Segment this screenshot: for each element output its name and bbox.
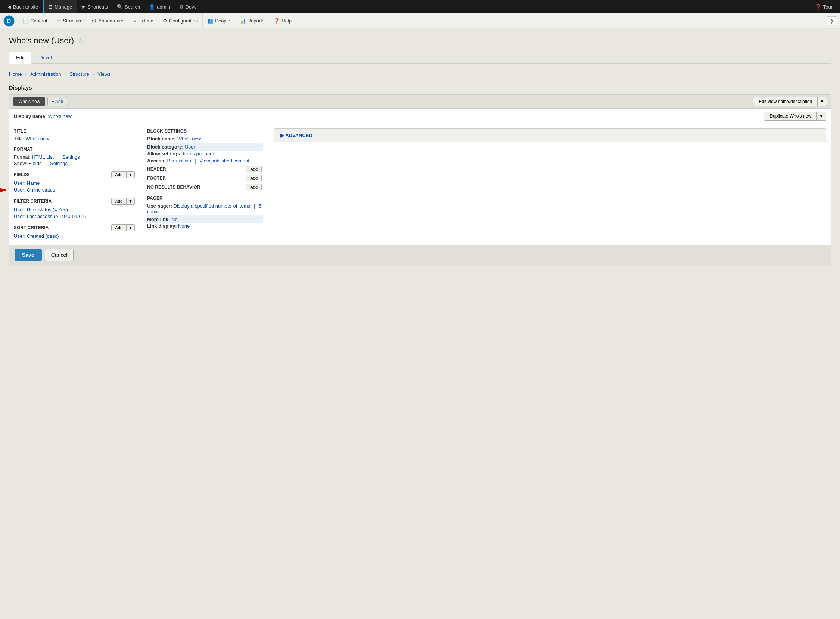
- user-icon: 👤: [149, 4, 155, 10]
- field-user-name: User: Name: [14, 180, 135, 186]
- secondary-nav: D 📄 Content ☷ Structure ☮ Appearance ▿ E…: [0, 13, 840, 28]
- breadcrumb-administration[interactable]: Administration: [30, 71, 61, 77]
- display-name-label: Display name: Who's new: [14, 114, 72, 119]
- nav-content[interactable]: 📄 Content: [18, 13, 52, 28]
- access-row: Access: Permission | View published cont…: [147, 158, 262, 163]
- extend-icon: ▿: [134, 18, 136, 24]
- duplicate-btn[interactable]: Duplicate Who's new: [764, 112, 817, 121]
- reports-icon: 📊: [240, 18, 246, 24]
- bottom-actions: Save Cancel: [9, 245, 831, 265]
- nav-configuration[interactable]: ⚙ Configuration: [158, 13, 203, 28]
- edit-view-name-btn[interactable]: Edit view name/description: [753, 97, 818, 106]
- nav-appearance[interactable]: ☮ Appearance: [87, 13, 129, 28]
- edit-view-dropdown-btn[interactable]: ▼: [818, 97, 827, 106]
- header-add-btn[interactable]: Add: [246, 166, 262, 172]
- footer-section-row: FOOTER Add: [147, 175, 262, 181]
- footer-add-btn[interactable]: Add: [246, 175, 262, 181]
- page-content: Who's new (User) ☆ Edit Devel Home » Adm…: [0, 28, 840, 273]
- sort-add-btn-wrap: Add ▼: [111, 224, 135, 231]
- config-icon: ⚙: [163, 18, 167, 24]
- more-link-value[interactable]: No: [171, 217, 178, 222]
- help-icon: ❓: [815, 4, 821, 10]
- tab-devel[interactable]: Devel: [32, 52, 58, 63]
- svg-text:D: D: [7, 18, 11, 24]
- block-category-row: Block category: User: [146, 143, 263, 151]
- page-tabs: Edit Devel: [9, 52, 831, 64]
- save-button[interactable]: Save: [15, 249, 42, 261]
- nav-collapse-btn[interactable]: ❯: [827, 16, 837, 25]
- access-link[interactable]: Permission: [167, 158, 191, 163]
- manage-btn[interactable]: ☰ Manage: [43, 0, 76, 13]
- block-category-link[interactable]: User: [185, 144, 195, 150]
- favorite-star-icon[interactable]: ☆: [78, 37, 84, 45]
- link-display-value[interactable]: None: [178, 223, 190, 229]
- views-container: Who's new + Add Edit view name/descripti…: [9, 94, 831, 265]
- displays-heading: Displays: [9, 84, 831, 91]
- format-settings-link[interactable]: Settings: [62, 154, 80, 160]
- star-icon: ★: [81, 4, 85, 10]
- main-nav: 📄 Content ☷ Structure ☮ Appearance ▿ Ext…: [18, 13, 827, 28]
- devel-btn[interactable]: ⚙ Devel: [175, 0, 202, 13]
- footer-section-title: FOOTER: [147, 175, 166, 181]
- add-display-btn[interactable]: + Add: [48, 97, 67, 106]
- search-btn[interactable]: 🔍 Search: [112, 0, 145, 13]
- col-right: ▶ ADVANCED: [268, 129, 826, 142]
- filter-user-status: User: User status (= Yes): [14, 207, 135, 212]
- title-link[interactable]: Who's new: [25, 136, 49, 142]
- back-icon: ◀: [7, 4, 11, 10]
- allow-settings-link[interactable]: Items per page: [183, 151, 215, 156]
- drupal-logo: D: [3, 15, 15, 27]
- format-link[interactable]: HTML List: [32, 154, 54, 160]
- block-name-link[interactable]: Who's new: [177, 136, 201, 142]
- back-to-site-btn[interactable]: ◀ Back to site: [3, 0, 43, 13]
- no-results-add-btn[interactable]: Add: [246, 184, 262, 190]
- tour-btn[interactable]: ❓ Tour: [811, 0, 837, 13]
- structure-icon: ☷: [57, 18, 61, 24]
- no-results-section-title: NO RESULTS BEHAVIOR: [147, 184, 200, 190]
- fields-section-title: FIELDS: [14, 172, 30, 177]
- people-icon: 👥: [207, 18, 213, 24]
- nav-structure[interactable]: ☷ Structure: [52, 13, 88, 28]
- appearance-icon: ☮: [92, 18, 96, 24]
- filter-add-dropdown-btn[interactable]: ▼: [127, 198, 135, 205]
- page-title: Who's new (User) ☆: [9, 36, 831, 46]
- breadcrumb-views[interactable]: Views: [97, 71, 110, 77]
- col-middle: BLOCK SETTINGS Block name: Who's new Blo…: [141, 129, 268, 230]
- breadcrumb-home[interactable]: Home: [9, 71, 22, 77]
- advanced-btn[interactable]: ▶ ADVANCED: [274, 129, 826, 142]
- breadcrumb-structure[interactable]: Structure: [69, 71, 89, 77]
- display-tabs-right: Edit view name/description ▼: [753, 97, 827, 106]
- sort-add-btn[interactable]: Add: [111, 224, 127, 231]
- access-link2[interactable]: View published content: [199, 158, 249, 163]
- red-arrow-annotation: [0, 182, 10, 197]
- sort-add-dropdown-btn[interactable]: ▼: [127, 224, 135, 231]
- menu-icon: ☰: [48, 4, 52, 10]
- filter-add-btn[interactable]: Add: [111, 198, 127, 205]
- fields-add-dropdown-btn[interactable]: ▼: [127, 171, 135, 178]
- fields-section-header-row: FIELDS Add ▼: [14, 171, 135, 178]
- display-tabs-left: Who's new + Add: [13, 97, 67, 106]
- admin-user-btn[interactable]: 👤 admin: [145, 0, 174, 13]
- show-link[interactable]: Fields: [29, 160, 42, 166]
- pager-section-title: PAGER: [147, 196, 262, 201]
- header-section-title: HEADER: [147, 166, 166, 172]
- nav-reports[interactable]: 📊 Reports: [235, 13, 269, 28]
- show-value-row: Show: Fields | Settings: [14, 160, 135, 166]
- nav-help[interactable]: ❓ Help: [269, 13, 296, 28]
- shortcuts-btn[interactable]: ★ Shortcuts: [76, 0, 112, 13]
- nav-extend[interactable]: ▿ Extend: [129, 13, 158, 28]
- whos-new-display-tab[interactable]: Who's new: [13, 97, 45, 106]
- use-pager-link[interactable]: Display a specified number of items: [173, 203, 250, 209]
- views-columns: TITLE Title: Who's new FORMAT Format: HT…: [9, 124, 831, 245]
- fields-add-btn[interactable]: Add: [111, 171, 127, 178]
- display-name-value[interactable]: Who's new: [48, 114, 72, 119]
- show-settings-link[interactable]: Settings: [50, 160, 67, 166]
- tab-edit[interactable]: Edit: [9, 52, 31, 64]
- duplicate-dropdown-btn[interactable]: ▼: [817, 112, 826, 121]
- filter-last-access: User: Last access (> 1970-01-01): [14, 214, 135, 219]
- no-results-section-row: NO RESULTS BEHAVIOR Add: [147, 184, 262, 190]
- admin-bar: ◀ Back to site ☰ Manage ★ Shortcuts 🔍 Se…: [0, 0, 840, 13]
- cancel-button[interactable]: Cancel: [45, 249, 74, 261]
- allow-settings-row: Allow settings: Items per page: [147, 151, 262, 156]
- nav-people[interactable]: 👥 People: [203, 13, 235, 28]
